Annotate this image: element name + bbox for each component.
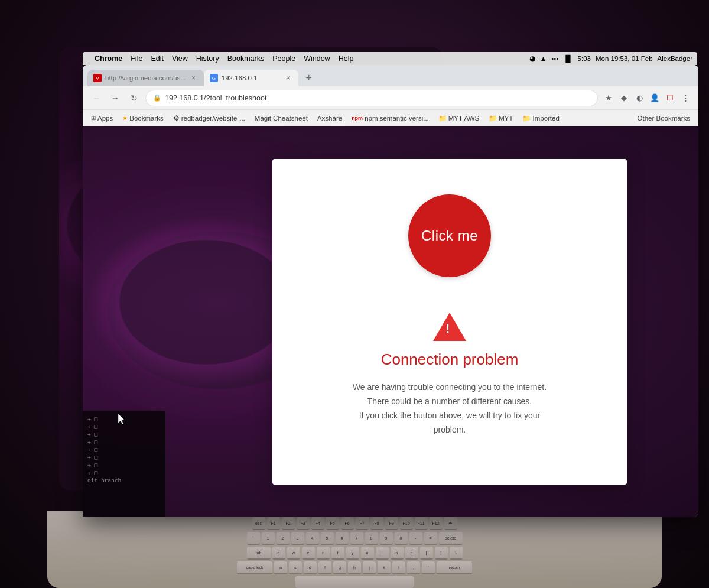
bookmark-bookmarks[interactable]: ★ Bookmarks [119, 113, 167, 123]
key-f4[interactable]: F4 [311, 517, 324, 530]
bookmark-apps-label: Apps [97, 115, 113, 122]
key-6[interactable]: 6 [336, 532, 349, 545]
tab-router[interactable]: G 192.168.0.1 ✕ [204, 70, 298, 86]
key-f6[interactable]: F6 [341, 517, 354, 530]
key-t[interactable]: t [331, 547, 344, 560]
key-f7[interactable]: F7 [356, 517, 369, 530]
key-g[interactable]: g [333, 561, 346, 574]
key-quote[interactable]: ' [422, 561, 435, 574]
key-i[interactable]: i [376, 547, 389, 560]
tab-favicon-router: G [210, 74, 218, 82]
ublock-icon[interactable]: ☐ [663, 91, 677, 105]
bookmark-axshare-label: Axshare [317, 115, 342, 122]
help-menu[interactable]: Help [339, 54, 354, 63]
key-minus[interactable]: - [409, 532, 422, 545]
chrome-menu[interactable]: Chrome [95, 54, 122, 63]
key-backtick[interactable]: ` [247, 532, 260, 545]
key-f[interactable]: f [318, 561, 331, 574]
bookmarks-menu[interactable]: Bookmarks [227, 54, 265, 63]
key-power[interactable]: ⏏ [444, 517, 457, 530]
bookmark-npm[interactable]: npm npm semantic versi... [348, 113, 432, 123]
bookmark-magit[interactable]: Magit Cheatsheet [251, 113, 311, 123]
new-tab-button[interactable]: + [301, 70, 317, 86]
forward-button[interactable]: → [108, 90, 123, 106]
key-delete[interactable]: delete [439, 532, 463, 545]
key-d[interactable]: d [304, 561, 317, 574]
key-caps[interactable]: caps lock [237, 561, 272, 574]
error-desc-line1: We are having trouble connecting you to … [353, 382, 547, 392]
key-f1[interactable]: F1 [267, 517, 280, 530]
bookmark-imported[interactable]: 📁 Imported [519, 113, 562, 124]
history-menu[interactable]: History [196, 54, 219, 63]
key-9[interactable]: 9 [380, 532, 393, 545]
key-2[interactable]: 2 [277, 532, 290, 545]
key-8[interactable]: 8 [365, 532, 378, 545]
key-w[interactable]: w [287, 547, 300, 560]
bookmark-star-icon: ★ [122, 115, 128, 121]
tab-close-virginmedia[interactable]: ✕ [190, 74, 198, 82]
bookmark-redbadger[interactable]: ⚙ redbadger/website-... [170, 113, 249, 124]
bookmark-other[interactable]: Other Bookmarks [634, 113, 694, 123]
window-menu[interactable]: Window [304, 54, 330, 63]
key-semicolon[interactable]: ; [407, 561, 420, 574]
key-u[interactable]: u [361, 547, 374, 560]
key-1[interactable]: 1 [262, 532, 275, 545]
back-button[interactable]: ← [89, 90, 104, 106]
key-a[interactable]: a [274, 561, 287, 574]
key-o[interactable]: o [391, 547, 404, 560]
file-menu[interactable]: File [131, 54, 142, 63]
key-f10[interactable]: F10 [400, 517, 413, 530]
more-tools-icon[interactable]: ⋮ [678, 91, 692, 105]
key-esc[interactable]: esc [252, 517, 265, 530]
key-l[interactable]: l [392, 561, 405, 574]
people-menu[interactable]: People [272, 54, 295, 63]
key-f8[interactable]: F8 [370, 517, 383, 530]
key-h[interactable]: h [348, 561, 361, 574]
key-f3[interactable]: F3 [297, 517, 310, 530]
key-q[interactable]: q [272, 547, 285, 560]
bookmark-myt[interactable]: 📁 MYT [485, 113, 516, 124]
key-5[interactable]: 5 [321, 532, 334, 545]
key-bracket-open[interactable]: [ [420, 547, 433, 560]
key-return[interactable]: return [437, 561, 472, 574]
key-f9[interactable]: F9 [385, 517, 398, 530]
bookmark-axshare[interactable]: Axshare [314, 113, 346, 123]
key-f11[interactable]: F11 [415, 517, 428, 530]
key-tab[interactable]: tab [247, 547, 271, 560]
chrome-content-area: Click me Connection problem We are havin… [83, 126, 698, 517]
address-bar[interactable]: 🔒 192.168.0.1/?tool_troubleshoot [145, 90, 598, 106]
terminal-line-5: + □ [87, 446, 161, 453]
extensions-icon[interactable]: ◆ [617, 91, 631, 105]
key-equals[interactable]: = [424, 532, 437, 545]
key-p[interactable]: p [405, 547, 418, 560]
key-4[interactable]: 4 [306, 532, 319, 545]
click-me-button[interactable]: Click me [408, 194, 491, 277]
reload-button[interactable]: ↻ [126, 90, 142, 106]
key-y[interactable]: y [346, 547, 359, 560]
view-menu[interactable]: View [172, 54, 188, 63]
key-f2[interactable]: F2 [282, 517, 295, 530]
key-backslash[interactable]: \ [450, 547, 463, 560]
key-s[interactable]: s [289, 561, 302, 574]
history-icon[interactable]: ◐ [632, 91, 646, 105]
key-e[interactable]: e [302, 547, 315, 560]
key-f12[interactable]: F12 [430, 517, 443, 530]
key-f5[interactable]: F5 [326, 517, 339, 530]
error-card: Click me Connection problem We are havin… [272, 159, 627, 484]
tab-virginmedia[interactable]: V http://virginmedia.com/ is... ✕ [87, 70, 204, 86]
tab-close-router[interactable]: ✕ [284, 74, 292, 82]
key-space[interactable] [295, 576, 414, 588]
key-bracket-close[interactable]: ] [435, 547, 448, 560]
edit-menu[interactable]: Edit [151, 54, 164, 63]
key-0[interactable]: 0 [395, 532, 408, 545]
key-3[interactable]: 3 [291, 532, 304, 545]
key-r[interactable]: r [317, 547, 330, 560]
star-icon[interactable]: ★ [601, 91, 616, 105]
key-k[interactable]: k [378, 561, 391, 574]
key-j[interactable]: j [363, 561, 376, 574]
bookmark-apps[interactable]: ⊞ Apps [87, 113, 116, 123]
key-7[interactable]: 7 [350, 532, 363, 545]
error-description: We are having trouble connecting you to … [349, 381, 550, 437]
account-icon[interactable]: 👤 [648, 91, 662, 105]
bookmark-myt-aws[interactable]: 📁 MYT AWS [435, 113, 483, 124]
